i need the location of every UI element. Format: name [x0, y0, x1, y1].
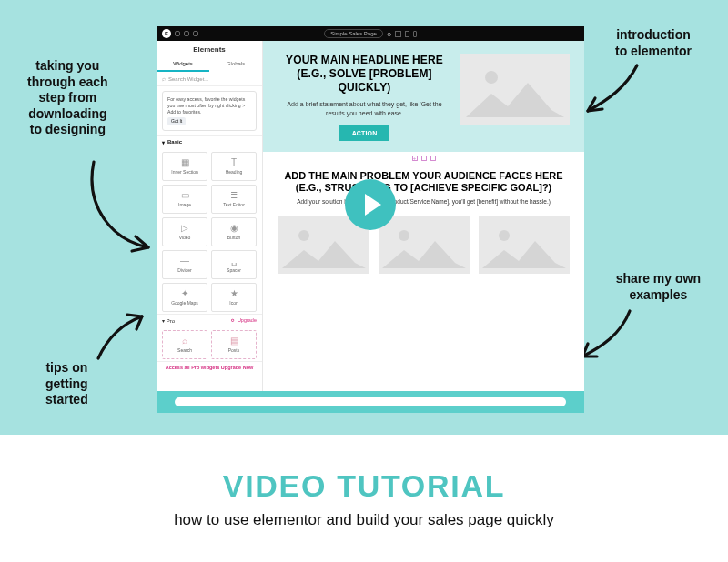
upgrade-link[interactable]: ⭘ Upgrade	[230, 317, 257, 323]
elementor-logo-icon: E	[162, 29, 171, 38]
topbar-icon	[193, 31, 198, 36]
progress-track[interactable]	[175, 397, 566, 406]
cta-button[interactable]: ACTION	[339, 125, 390, 141]
section-divider[interactable]	[263, 152, 584, 165]
widget-label: Text Editor	[223, 202, 245, 207]
svg-point-3	[298, 230, 309, 241]
widget-label: Spacer	[227, 267, 241, 273]
section-handle-icon[interactable]	[430, 156, 436, 161]
arrow-steps	[77, 156, 168, 266]
widget-label: Search	[177, 347, 192, 353]
problem-subtext: Add your solution here (e.g., With [Prod…	[276, 198, 571, 205]
widget-label: Google Maps	[171, 300, 198, 306]
widget-icon: ▭	[181, 190, 189, 200]
elementor-sidebar: Elements Widgets Globals ⌕ Search Widget…	[157, 41, 263, 391]
section-pro-label[interactable]: ▾ Pro ⭘ Upgrade	[157, 314, 262, 326]
widget-item[interactable]: ✦Google Maps	[162, 283, 207, 312]
got-it-button[interactable]: Got It	[167, 117, 186, 125]
main-title: VIDEO TUTORIAL	[223, 468, 505, 504]
svg-point-5	[399, 230, 410, 241]
widget-item[interactable]: ★Icon	[211, 283, 257, 312]
play-button[interactable]	[345, 179, 396, 230]
widget-item[interactable]: ▭Image	[162, 185, 207, 214]
problem-headline: ADD THE MAIN PROBLEM YOUR AUDIENCE FACES…	[276, 170, 571, 196]
annotation-examples: share my own examples	[616, 271, 701, 303]
arrow-tips	[91, 311, 155, 364]
device-tablet-icon[interactable]	[405, 31, 410, 37]
canvas-preview: YOUR MAIN HEADLINE HERE (E.G., SOLVE [PR…	[263, 41, 584, 391]
search-input[interactable]: ⌕ Search Widget...	[157, 72, 262, 86]
widget-icon: ⌕	[182, 336, 187, 346]
widget-icon: ▷	[181, 223, 188, 233]
svg-point-7	[499, 230, 510, 241]
elementor-topbar: E Simple Sales Page ⚙	[157, 26, 584, 41]
device-mobile-icon[interactable]	[413, 31, 417, 37]
tab-widgets[interactable]: Widgets	[157, 57, 209, 72]
widget-icon: ✦	[181, 288, 188, 298]
annotation-tips: tips on getting started	[46, 360, 88, 408]
settings-icon[interactable]: ⚙	[387, 31, 391, 37]
search-placeholder: Search Widget...	[168, 76, 208, 82]
widget-label: Button	[228, 235, 240, 240]
widget-icon: ≣	[230, 190, 238, 200]
widget-icon: ▤	[230, 336, 238, 346]
widget-item[interactable]: THeading	[211, 152, 257, 181]
main-subtitle: how to use elementor and build your sale…	[174, 511, 554, 529]
arrow-examples	[575, 307, 639, 371]
annotation-intro: introduction to elementor	[615, 27, 692, 59]
widget-icon: ▦	[181, 157, 189, 167]
widget-label: Heading	[226, 169, 243, 175]
widget-item[interactable]: ≣Text Editor	[211, 185, 257, 214]
topbar-icon	[184, 31, 189, 36]
widget-icon: T	[231, 157, 237, 167]
widget-item[interactable]: ⌕Search	[162, 330, 207, 359]
image-placeholder	[379, 216, 470, 274]
title-section: VIDEO TUTORIAL how to use elementor and …	[0, 435, 728, 562]
access-pro-bar: Access all Pro widgets Upgrade Now	[157, 361, 262, 373]
widget-icon: ★	[230, 288, 238, 298]
hero-background: introduction to elementor taking you thr…	[0, 0, 728, 435]
widget-item[interactable]: ␣Spacer	[211, 250, 257, 279]
widget-item[interactable]: ▤Posts	[211, 330, 257, 359]
widget-item[interactable]: ◉Button	[211, 217, 257, 246]
page-name[interactable]: Simple Sales Page	[324, 29, 383, 38]
widget-label: Divider	[177, 267, 192, 273]
widget-item[interactable]: ▷Video	[162, 217, 207, 246]
widget-label: Posts	[228, 347, 240, 353]
sidebar-title: Elements	[157, 41, 262, 57]
annotation-steps: taking you through each step from downlo…	[27, 58, 108, 138]
widget-icon: ␣	[231, 256, 237, 266]
arrow-intro	[581, 60, 644, 124]
hero-subtext: Add a brief statement about what they ge…	[278, 100, 451, 118]
tab-globals[interactable]: Globals	[209, 57, 262, 72]
topbar-icon	[175, 31, 180, 36]
hero-image-placeholder	[460, 54, 570, 125]
upgrade-now-link[interactable]: Upgrade Now	[221, 365, 253, 370]
widget-label: Icon	[229, 300, 238, 306]
widget-item[interactable]: ▦Inner Section	[162, 152, 207, 181]
image-placeholder	[479, 216, 570, 274]
device-desktop-icon[interactable]	[395, 31, 401, 37]
widget-label: Video	[179, 235, 191, 240]
widget-item[interactable]: —Divider	[162, 250, 207, 279]
widget-icon: ◉	[230, 223, 238, 233]
svg-point-1	[485, 71, 498, 84]
widget-label: Inner Section	[171, 169, 197, 175]
add-section-icon[interactable]	[412, 156, 418, 161]
section-handle-icon[interactable]	[421, 156, 427, 161]
widget-icon: —	[180, 256, 189, 266]
video-progress-bar[interactable]	[157, 391, 584, 413]
widget-label: Image	[178, 202, 191, 207]
section-basic-label[interactable]: ▾Basic	[157, 135, 262, 148]
favorites-tip: For easy access, favorite the widgets yo…	[162, 91, 257, 131]
video-preview[interactable]: E Simple Sales Page ⚙ Elements	[157, 26, 584, 413]
hero-headline: YOUR MAIN HEADLINE HERE (E.G., SOLVE [PR…	[278, 54, 451, 95]
search-icon: ⌕	[162, 75, 166, 82]
